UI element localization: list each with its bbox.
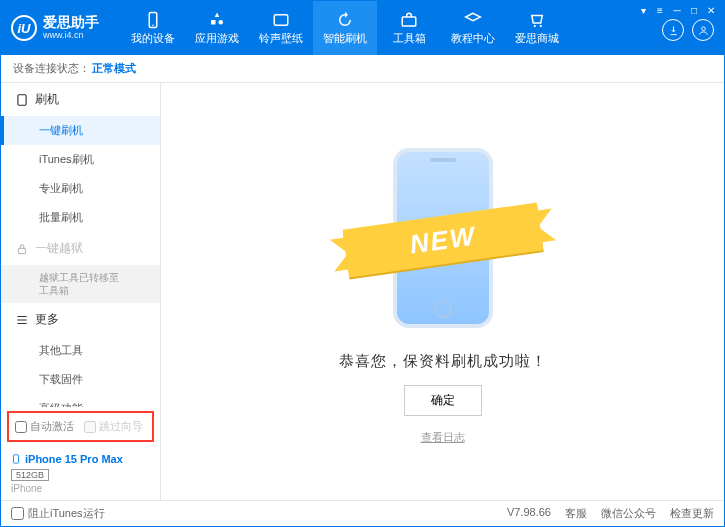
logo-icon: iU xyxy=(11,15,37,41)
nav-label: 我的设备 xyxy=(131,31,175,46)
svg-point-1 xyxy=(152,24,154,26)
nav-label: 工具箱 xyxy=(393,31,426,46)
nav-label: 教程中心 xyxy=(451,31,495,46)
nav-label: 应用游戏 xyxy=(195,31,239,46)
close-icon[interactable]: ✕ xyxy=(704,3,718,17)
status-value: 正常模式 xyxy=(92,61,136,76)
app-icon xyxy=(208,11,226,29)
footer-link-support[interactable]: 客服 xyxy=(565,506,587,521)
checkbox-block-itunes[interactable]: 阻止iTunes运行 xyxy=(11,506,105,521)
sidebar-item-firmware[interactable]: 下载固件 xyxy=(1,365,160,394)
device-storage: 512GB xyxy=(11,469,49,481)
download-button[interactable] xyxy=(662,19,684,41)
more-icon xyxy=(15,313,29,327)
svg-point-7 xyxy=(540,24,542,26)
sidebar-jailbreak-note: 越狱工具已转移至 工具箱 xyxy=(1,265,160,303)
image-icon xyxy=(272,11,290,29)
sidebar-section-jailbreak: 一键越狱 xyxy=(1,232,160,265)
section-label: 一键越狱 xyxy=(35,240,83,257)
main-nav: 我的设备 应用游戏 铃声壁纸 智能刷机 工具箱 教程中心 xyxy=(121,1,569,55)
brand-title: 爱思助手 xyxy=(43,15,99,30)
note-icon xyxy=(15,93,29,107)
brand: iU 爱思助手 www.i4.cn xyxy=(1,1,109,55)
sidebar-section-flash[interactable]: 刷机 xyxy=(1,83,160,116)
version-label: V7.98.66 xyxy=(507,506,551,521)
svg-point-8 xyxy=(701,26,705,30)
nav-tutorials[interactable]: 教程中心 xyxy=(441,1,505,55)
status-bar: 设备连接状态： 正常模式 xyxy=(1,55,724,83)
device-name[interactable]: iPhone 15 Pro Max xyxy=(11,452,150,466)
success-message: 恭喜您，保资料刷机成功啦！ xyxy=(339,352,547,371)
sidebar-item-oneclick[interactable]: 一键刷机 xyxy=(1,116,160,145)
device-info: iPhone 15 Pro Max 512GB iPhone xyxy=(1,446,160,500)
user-button[interactable] xyxy=(692,19,714,41)
svg-rect-5 xyxy=(402,17,416,26)
sidebar-item-othertools[interactable]: 其他工具 xyxy=(1,336,160,365)
nav-label: 铃声壁纸 xyxy=(259,31,303,46)
phone-icon xyxy=(11,452,21,466)
highlighted-options: 自动激活 跳过向导 xyxy=(7,411,154,442)
ok-button[interactable]: 确定 xyxy=(404,385,482,416)
svg-rect-11 xyxy=(14,455,19,463)
sidebar-item-advanced[interactable]: 高级功能 xyxy=(1,394,160,407)
svg-rect-9 xyxy=(18,94,26,105)
status-label: 设备连接状态： xyxy=(13,61,90,76)
nav-my-device[interactable]: 我的设备 xyxy=(121,1,185,55)
main-content: NEW 恭喜您，保资料刷机成功啦！ 确定 查看日志 xyxy=(161,83,724,500)
svg-point-6 xyxy=(534,24,536,26)
cart-icon xyxy=(528,11,546,29)
footer-link-update[interactable]: 检查更新 xyxy=(670,506,714,521)
sidebar-item-itunes[interactable]: iTunes刷机 xyxy=(1,145,160,174)
minimize-icon[interactable]: ─ xyxy=(670,3,684,17)
sidebar-item-batch[interactable]: 批量刷机 xyxy=(1,203,160,232)
nav-toolbox[interactable]: 工具箱 xyxy=(377,1,441,55)
checkbox-skip-guide[interactable]: 跳过向导 xyxy=(84,419,143,434)
lock-icon xyxy=(15,242,29,256)
checkbox-input[interactable] xyxy=(11,507,24,520)
section-label: 更多 xyxy=(35,311,59,328)
nav-store[interactable]: 爱思商城 xyxy=(505,1,569,55)
svg-rect-2 xyxy=(211,20,216,25)
sidebar: 刷机 一键刷机 iTunes刷机 专业刷机 批量刷机 一键越狱 越狱工具已转移至… xyxy=(1,83,161,500)
checkbox-input xyxy=(84,421,96,433)
footer-link-wechat[interactable]: 微信公众号 xyxy=(601,506,656,521)
menu-icon[interactable]: ▾ xyxy=(636,3,650,17)
sidebar-section-more[interactable]: 更多 xyxy=(1,303,160,336)
toolbox-icon xyxy=(400,11,418,29)
nav-ringtones[interactable]: 铃声壁纸 xyxy=(249,1,313,55)
refresh-icon xyxy=(336,11,354,29)
nav-smart-flash[interactable]: 智能刷机 xyxy=(313,1,377,55)
device-type: iPhone xyxy=(11,483,150,494)
nav-apps[interactable]: 应用游戏 xyxy=(185,1,249,55)
sidebar-item-pro[interactable]: 专业刷机 xyxy=(1,174,160,203)
brand-subtitle: www.i4.cn xyxy=(43,31,99,41)
view-log-link[interactable]: 查看日志 xyxy=(421,430,465,445)
checkbox-auto-activate[interactable]: 自动激活 xyxy=(15,419,74,434)
maximize-icon[interactable]: □ xyxy=(687,3,701,17)
nav-label: 爱思商城 xyxy=(515,31,559,46)
title-bar: iU 爱思助手 www.i4.cn 我的设备 应用游戏 铃声壁纸 智能刷机 xyxy=(1,1,724,55)
svg-rect-4 xyxy=(274,14,288,25)
checkbox-input[interactable] xyxy=(15,421,27,433)
nav-label: 智能刷机 xyxy=(323,31,367,46)
success-illustration: NEW xyxy=(363,138,523,338)
svg-rect-10 xyxy=(19,248,26,253)
section-label: 刷机 xyxy=(35,91,59,108)
lock-icon[interactable]: ≡ xyxy=(653,3,667,17)
footer: 阻止iTunes运行 V7.98.66 客服 微信公众号 检查更新 xyxy=(1,500,724,526)
phone-icon xyxy=(144,11,162,29)
svg-point-3 xyxy=(219,20,224,25)
graduation-icon xyxy=(464,11,482,29)
